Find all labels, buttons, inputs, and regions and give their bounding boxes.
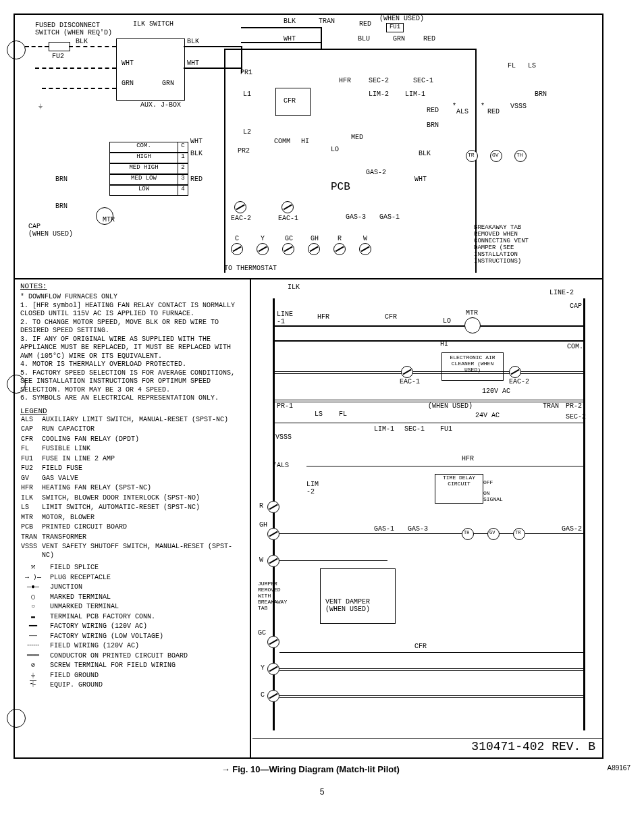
label-line2: LINE-2 bbox=[549, 289, 574, 296]
label-c: C bbox=[235, 235, 239, 242]
label-com: COM. bbox=[136, 142, 151, 149]
label-gas1: GAS-1 bbox=[374, 525, 394, 533]
term-eac1 bbox=[401, 366, 413, 378]
label-mtr: MTR bbox=[103, 216, 115, 223]
speed-med-low: MED LOW bbox=[109, 174, 178, 185]
label-vent-damper: VENT DAMPER (WHEN USED) bbox=[325, 598, 370, 613]
term-1: 1 bbox=[178, 153, 188, 163]
label-gh: GH bbox=[259, 521, 267, 529]
label-hfr: HFR bbox=[317, 313, 329, 321]
label-cap: CAP (WHEN USED) bbox=[28, 223, 73, 238]
label-ls: LS bbox=[528, 62, 536, 70]
figure-caption: → Fig. 10—Wiring Diagram (Match-lit Pilo… bbox=[14, 764, 630, 774]
label-aux-jbox: AUX. J-BOX bbox=[140, 101, 181, 109]
label-pcb: PCB bbox=[331, 181, 350, 193]
sym-marked-terminal: ◯ bbox=[20, 593, 49, 603]
wiring-diagram-page: FUSED DISCONNECT SWITCH (WHEN REQ'D) ILK… bbox=[14, 14, 603, 759]
note-star: * DOWNFLOW FURNACES ONLY bbox=[20, 293, 244, 302]
label-hfr: HFR bbox=[339, 77, 351, 84]
fuse-fu2 bbox=[49, 42, 70, 51]
label-th: TH bbox=[464, 530, 469, 535]
label-grn: GRN bbox=[162, 80, 174, 87]
label-gv: GV bbox=[489, 530, 495, 535]
label-lo: LO bbox=[331, 146, 339, 153]
label-fused-disconnect: FUSED DISCONNECT SWITCH (WHEN REQ'D) bbox=[35, 22, 112, 36]
label-brn: BRN bbox=[535, 90, 547, 98]
label-red: RED bbox=[190, 176, 203, 183]
label-on-signal: ON SIGNAL bbox=[483, 490, 503, 502]
sym-field-splice: ⤱ bbox=[20, 563, 49, 573]
label-com: COM. bbox=[567, 343, 583, 350]
term-eac2 bbox=[509, 366, 521, 378]
label-hi: HI bbox=[301, 138, 309, 145]
label-gas1: GAS-1 bbox=[379, 213, 400, 221]
sym-factory-120v: ━━ bbox=[20, 622, 49, 632]
label-lim1: LIM-1 bbox=[374, 425, 394, 433]
label-r: R bbox=[259, 502, 263, 510]
label-breakaway: BREAKAWAY TAB REMOVED WHEN CONNECTING VE… bbox=[474, 224, 529, 265]
label-gh: GH bbox=[311, 235, 319, 242]
label-med-low: MED LOW bbox=[131, 175, 157, 182]
label-wht: WHT bbox=[414, 176, 427, 183]
label-red: RED bbox=[427, 107, 439, 114]
label-med: MED bbox=[351, 134, 363, 141]
ladder-schematic: ILK LINE-2 LINE -1 CAP HFR CFR MTR LO HI… bbox=[252, 278, 602, 757]
electronic-air-cleaner: ELECTRONIC AIR CLEANER (WHEN USED) bbox=[441, 352, 504, 381]
sym-junction: —●— bbox=[20, 583, 49, 593]
label-red: RED bbox=[359, 20, 371, 28]
speed-low: LOW bbox=[109, 185, 178, 196]
label-eac1: EAC-1 bbox=[278, 215, 298, 222]
label-hfr2: HFR bbox=[462, 455, 474, 462]
label-comm: COMM bbox=[274, 138, 290, 145]
sym-unmarked-terminal: ○ bbox=[20, 602, 49, 612]
notes-title: NOTES: bbox=[20, 282, 244, 290]
term-2: 2 bbox=[178, 163, 188, 174]
label-eac2: EAC-2 bbox=[231, 215, 251, 222]
label-fl: FL bbox=[508, 62, 516, 70]
label-y: Y bbox=[261, 664, 265, 672]
label-sec2: SEC-2 bbox=[566, 413, 586, 421]
label-when-used: (WHEN USED) bbox=[379, 15, 424, 22]
label-gas2: GAS-2 bbox=[366, 169, 386, 176]
label-low: LOW bbox=[138, 186, 149, 192]
label-c: C bbox=[261, 691, 265, 699]
label-fu1: FU1 bbox=[440, 425, 452, 433]
label-brn: BRN bbox=[55, 176, 68, 183]
label-tr: TR bbox=[468, 152, 475, 158]
label-sec1: SEC-1 bbox=[413, 77, 433, 84]
sym-field-ground: ⏚ bbox=[20, 671, 49, 681]
label-brn: BRN bbox=[55, 203, 68, 210]
label-eac1: EAC-1 bbox=[400, 378, 420, 385]
terminal-gc bbox=[282, 243, 294, 255]
label-jumper-removed: JUMPER REMOVED WITH BREAKAWAY TAB bbox=[258, 581, 287, 611]
label-high: HIGH bbox=[136, 153, 151, 160]
note-5: 5. FACTORY SPEED SELECTION IS FOR AVERAG… bbox=[20, 369, 244, 395]
sym-field-120v: ╌╌╌ bbox=[20, 641, 49, 651]
note-6: 6. SYMBOLS ARE AN ELECTRICAL REPRESENTAT… bbox=[20, 394, 244, 403]
pictorial-schematic: FUSED DISCONNECT SWITCH (WHEN REQ'D) ILK… bbox=[15, 15, 602, 279]
label-blk: BLK bbox=[419, 150, 431, 157]
label-24v: 24V AC bbox=[475, 412, 500, 419]
label-w: W bbox=[259, 556, 263, 564]
label-cfr: CFR bbox=[284, 97, 296, 105]
label-wht: WHT bbox=[122, 59, 134, 67]
label-hi: HI bbox=[440, 340, 448, 348]
figure-code: A89167 bbox=[608, 764, 630, 772]
term-y bbox=[267, 663, 279, 675]
time-delay-box: TIME DELAY CIRCUIT bbox=[435, 474, 483, 504]
fuse-fu1: FU1 bbox=[386, 23, 404, 32]
label-grn: GRN bbox=[393, 35, 405, 43]
terminal-y bbox=[257, 243, 269, 255]
label-blu: BLU bbox=[358, 35, 370, 43]
label-sec1: SEC-1 bbox=[404, 425, 425, 433]
label-120v: 120V AC bbox=[482, 387, 510, 395]
term-gh bbox=[267, 528, 279, 540]
label-pr2: PR-2 bbox=[566, 402, 582, 410]
label-blk: BLK bbox=[190, 150, 203, 157]
label-eac2: EAC-2 bbox=[509, 378, 529, 385]
legend-title: LEGEND bbox=[20, 407, 244, 415]
terminal-eac1 bbox=[281, 201, 294, 213]
page-number: 5 bbox=[14, 788, 630, 797]
speed-med-high: MED HIGH bbox=[109, 163, 178, 174]
label-line1: LINE -1 bbox=[277, 311, 293, 325]
